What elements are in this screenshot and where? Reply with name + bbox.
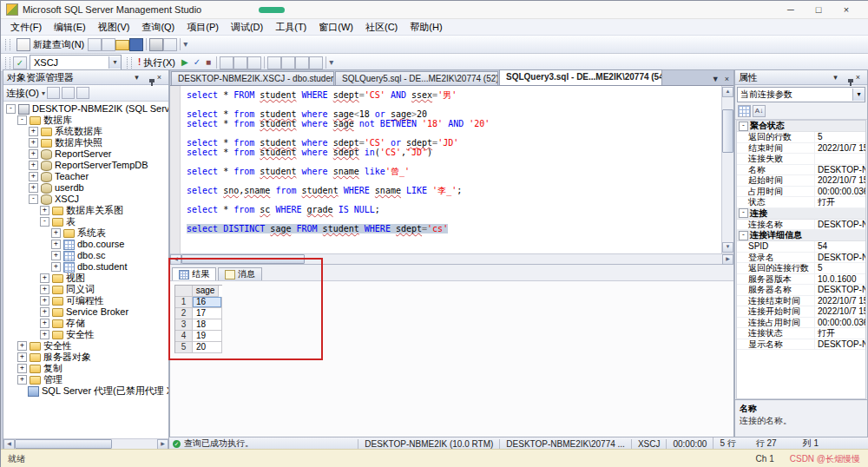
code-line[interactable]: select * from student where sname like'曾…	[187, 167, 722, 176]
tree-item[interactable]: -DESKTOP-NBME2IK (SQL Server 10.0.160	[3, 103, 168, 115]
menu-item[interactable]: 社区(C)	[359, 19, 404, 35]
objexp-details-icon[interactable]	[47, 87, 60, 99]
scroll-down-icon[interactable]: ▼	[722, 242, 733, 253]
tree-item[interactable]: +可编程性	[3, 295, 168, 306]
property-row[interactable]: 连接占用时间00:00:00.036	[737, 318, 865, 329]
code-line[interactable]: select * FROM student WHERE sdept='CS' A…	[187, 90, 722, 100]
scroll-thumb[interactable]	[181, 254, 305, 264]
editor-selection-margin[interactable]	[170, 86, 181, 253]
chevron-down-icon[interactable]: ▾	[830, 71, 841, 83]
grid-cell[interactable]: 20	[193, 342, 222, 353]
property-category[interactable]: -聚合状态	[737, 121, 865, 132]
code-line[interactable]: select * from student where sdept in('CS…	[187, 148, 722, 157]
debug-play-icon[interactable]: ▶	[179, 56, 191, 69]
property-row[interactable]: 返回的连接行数5	[737, 263, 865, 274]
tree-item[interactable]: +dbo.course	[3, 239, 168, 250]
expander-icon[interactable]: +	[29, 172, 38, 181]
toolbar-grip[interactable]	[127, 57, 132, 69]
close-document-icon[interactable]: ×	[725, 75, 729, 83]
new-query-button[interactable]: 新建查询(N)	[13, 36, 88, 52]
expander-icon[interactable]: +	[17, 341, 27, 351]
property-row[interactable]: 占用时间00:00:00.036	[737, 187, 865, 198]
expander-icon[interactable]: +	[29, 149, 38, 159]
expander-icon[interactable]: +	[17, 352, 27, 362]
grid-cell[interactable]: 19	[193, 331, 222, 342]
close-icon[interactable]: ×	[154, 71, 165, 83]
menu-item[interactable]: 编辑(E)	[48, 19, 92, 35]
tree-item[interactable]: +复制	[3, 363, 168, 374]
menu-item[interactable]: 视图(V)	[92, 19, 136, 35]
tree-item[interactable]: +Service Broker	[3, 306, 168, 318]
grid-cell[interactable]: 18	[193, 319, 222, 331]
tree-item[interactable]: +安全性	[3, 340, 168, 352]
scroll-right-icon[interactable]: ▶	[157, 439, 168, 450]
toolbar-overflow-icon[interactable]: ▾	[329, 56, 333, 69]
expander-icon[interactable]: -	[29, 194, 38, 204]
minimize-button[interactable]: ─	[777, 2, 805, 17]
tree-item[interactable]: +dbo.sc	[3, 250, 168, 261]
expander-icon[interactable]: +	[40, 273, 49, 283]
results-to-grid-icon[interactable]	[233, 56, 247, 69]
expander-icon[interactable]: -	[40, 217, 49, 227]
code-line[interactable]: select * from student where sage<18 or s…	[187, 109, 722, 119]
expander-icon[interactable]: +	[51, 262, 61, 272]
chevron-down-icon[interactable]: ▾	[108, 56, 121, 69]
messages-tab[interactable]: 消息	[218, 267, 262, 280]
tree-item[interactable]: +安全性	[3, 329, 168, 340]
property-row[interactable]: 服务器版本10.0.1600	[737, 274, 865, 286]
save-icon[interactable]	[129, 38, 143, 51]
grid-row-number[interactable]: 2	[175, 308, 193, 319]
grid-cell[interactable]: 17	[193, 308, 222, 319]
property-row[interactable]: 连接失败	[737, 154, 865, 165]
menu-item[interactable]: 项目(P)	[181, 19, 225, 35]
grid-column-header[interactable]: sage	[193, 286, 219, 297]
expander-icon[interactable]: -	[6, 104, 16, 114]
tree-item[interactable]: SQL Server 代理(已禁用代理 XP)	[3, 385, 168, 397]
refresh-icon[interactable]	[62, 87, 75, 99]
tree-item[interactable]: +ReportServerTempDB	[3, 160, 168, 171]
tree-item[interactable]: +管理	[3, 374, 168, 385]
menu-item[interactable]: 工具(T)	[269, 19, 312, 35]
tree-item[interactable]: +系统表	[3, 227, 168, 239]
results-to-file-icon[interactable]	[247, 56, 261, 69]
scroll-right-icon[interactable]: ▶	[722, 254, 733, 265]
property-row[interactable]: 返回的行数5	[737, 132, 865, 143]
property-category[interactable]: -连接	[737, 208, 865, 220]
toolbar-overflow-icon[interactable]: ▾	[183, 38, 187, 50]
tree-item[interactable]: +数据库关系图	[3, 205, 168, 216]
code-line[interactable]	[187, 157, 722, 167]
maximize-button[interactable]: □	[805, 2, 832, 17]
code-line[interactable]	[187, 214, 722, 224]
tree-item[interactable]: +dbo.student	[3, 261, 168, 273]
property-row[interactable]: 连接结束时间2022/10/7 15:49:23	[737, 296, 865, 307]
analysis-query-icon[interactable]	[102, 38, 115, 51]
code-line[interactable]	[187, 176, 722, 186]
connect-icon[interactable]: ✓	[13, 56, 27, 69]
editor-vscrollbar[interactable]: ▲ ▼	[721, 86, 733, 253]
tree-item[interactable]: +Teacher	[3, 171, 168, 182]
chevron-down-icon[interactable]: ▾	[852, 89, 865, 101]
property-row[interactable]: 显示名称DESKTOP-NBME2IK	[737, 339, 865, 351]
open-file-icon[interactable]	[115, 40, 129, 50]
property-row[interactable]: 连接开始时间2022/10/7 15:49:23	[737, 306, 865, 318]
expander-icon[interactable]: +	[40, 330, 49, 339]
indent-icon[interactable]	[295, 56, 309, 69]
chevron-down-icon[interactable]: ▾	[42, 89, 45, 97]
grid-row-number[interactable]: 3	[175, 319, 193, 331]
code-line[interactable]: select * from student where sdept='CS' o…	[187, 138, 722, 148]
property-row[interactable]: 名称DESKTOP-NBME2IK	[737, 165, 865, 176]
grid-row-number[interactable]: 4	[175, 331, 193, 342]
menu-item[interactable]: 查询(Q)	[135, 19, 181, 35]
results-tab[interactable]: 结果	[172, 267, 216, 280]
expander-icon[interactable]: -	[739, 231, 748, 240]
property-row[interactable]: SPID54	[737, 241, 865, 253]
scroll-left-icon[interactable]: ◀	[3, 439, 15, 450]
tree-item[interactable]: +ReportServer	[3, 148, 168, 160]
document-tab[interactable]: SQLQuery3.sql - DE...ME2IK\20774 (54))*	[499, 69, 662, 85]
menu-item[interactable]: 窗口(W)	[312, 19, 359, 35]
parse-check-icon[interactable]: ✓	[191, 56, 203, 69]
expander-icon[interactable]: +	[40, 206, 49, 215]
code-line[interactable]: select * from sc WHERE grade IS NULL;	[187, 205, 722, 214]
property-row[interactable]: 连接状态打开	[737, 328, 865, 339]
menu-item[interactable]: 调试(D)	[225, 19, 269, 35]
